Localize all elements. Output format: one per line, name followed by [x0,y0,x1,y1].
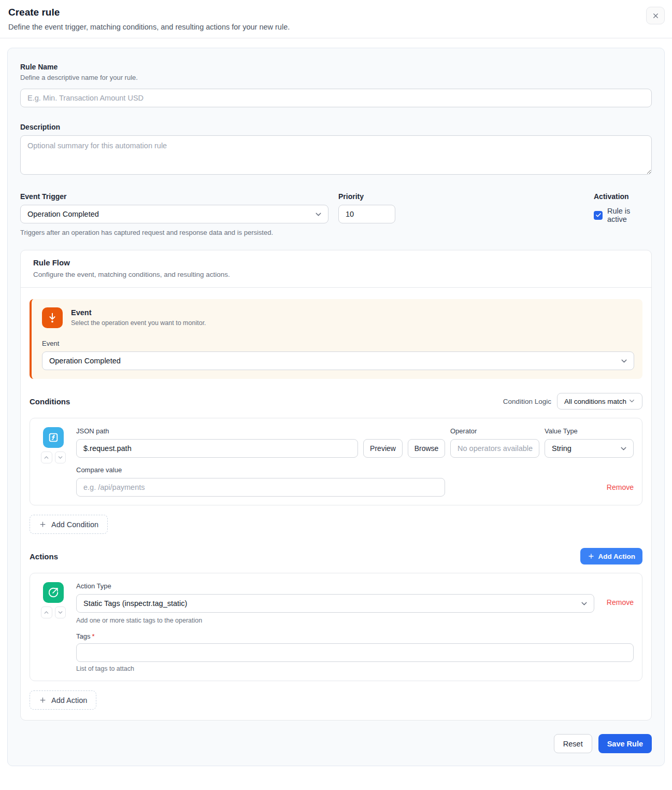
event-trigger-label: Event Trigger [20,192,328,201]
rule-flow-body: Event Select the operation event you wan… [21,288,651,720]
save-rule-button[interactable]: Save Rule [598,734,652,753]
close-icon [652,12,660,20]
add-action-button-primary[interactable]: Add Action [580,548,643,565]
condition-fields: JSON path Operator Value Type Preview Br… [76,427,634,497]
priority-section: Priority [338,192,395,223]
event-head-text: Event Select the operation event you wan… [71,307,206,328]
actions-title: Actions [30,552,58,561]
description-label: Description [20,123,652,131]
chevron-down-icon [314,210,323,219]
preview-button[interactable]: Preview [363,439,403,458]
required-asterisk: * [92,632,94,640]
tags-helper: List of tags to attach [76,665,634,672]
plus-icon [39,696,47,704]
add-action-secondary-label: Add Action [51,696,87,704]
move-action-up-button[interactable] [41,606,52,618]
rule-name-input[interactable] [20,89,652,107]
json-path-label: JSON path [76,427,358,435]
move-condition-up-button[interactable] [41,452,52,463]
description-section: Description [20,123,652,177]
rule-active-label: Rule is active [607,207,652,223]
reset-button[interactable]: Reset [554,734,592,753]
condition-row: JSON path Operator Value Type Preview Br… [30,418,642,505]
operator-label: Operator [450,427,539,435]
page-subtitle: Define the event trigger, matching condi… [8,23,290,31]
json-path-input[interactable] [76,439,358,458]
create-rule-form: Rule Name Define a descriptive name for … [7,48,665,766]
value-type-value: String [552,444,571,453]
function-square-icon [48,432,59,443]
add-condition-button[interactable]: Add Condition [30,515,108,534]
conditions-header: Conditions Condition Logic All condition… [30,393,642,410]
event-block-subtitle: Select the operation event you want to m… [71,319,206,327]
value-type-select[interactable]: String [545,439,634,458]
priority-label: Priority [338,192,395,201]
form-footer: Reset Save Rule [20,734,652,753]
action-badge [43,582,64,603]
close-button[interactable] [646,7,665,24]
chevron-down-icon [57,609,64,616]
circle-arrow-up-right-icon [48,587,59,598]
tags-input[interactable] [76,643,634,662]
remove-action-button[interactable]: Remove [607,598,634,606]
move-action-down-button[interactable] [55,606,66,618]
add-condition-label: Add Condition [51,520,98,529]
action-left-rail [41,582,66,672]
activation-section: Activation Rule is active [594,192,652,223]
event-block-title: Event [71,308,206,317]
event-select[interactable]: Operation Completed [42,351,634,370]
rule-name-label: Rule Name [20,63,652,71]
page-title: Create rule [8,7,290,18]
add-action-button-secondary[interactable]: Add Action [30,690,96,710]
rule-name-helper: Define a descriptive name for your rule. [20,74,652,81]
rule-name-section: Rule Name Define a descriptive name for … [20,63,652,107]
rule-flow-subtitle: Configure the event, matching conditions… [33,271,639,278]
conditions-title: Conditions [30,397,70,406]
condition-left-rail [41,427,66,497]
chevron-down-icon [620,357,628,365]
condition-badge [43,427,64,448]
chevron-down-icon [580,599,589,608]
browse-button[interactable]: Browse [408,439,445,458]
condition-logic-select[interactable]: All conditions match [557,393,642,410]
chevron-down-icon [619,444,628,453]
chevron-up-icon [43,454,50,461]
operator-value: No operators available [457,444,533,453]
check-icon [595,212,602,218]
action-type-value: Static Tags (inspectr.tag_static) [83,599,187,608]
action-type-select[interactable]: Static Tags (inspectr.tag_static) [76,594,594,613]
remove-condition-button[interactable]: Remove [607,483,634,491]
rule-flow-header: Rule Flow Configure the event, matching … [21,250,651,288]
dialog-header-text: Create rule Define the event trigger, ma… [8,7,290,31]
priority-input[interactable] [338,205,395,223]
event-badge [42,307,63,328]
arrow-down-to-dot-icon [47,312,58,323]
event-field-label: Event [42,340,634,347]
rule-flow-card: Rule Flow Configure the event, matching … [20,250,652,721]
value-type-label: Value Type [545,427,634,435]
event-trigger-section: Event Trigger Operation Completed Trigge… [20,192,328,236]
plus-icon [39,520,47,528]
chevron-down-icon [57,454,64,461]
event-trigger-value: Operation Completed [27,210,99,218]
description-textarea[interactable] [20,135,652,175]
move-condition-down-button[interactable] [55,452,66,463]
condition-logic-label: Condition Logic [503,398,551,405]
add-action-primary-label: Add Action [598,553,636,560]
trigger-priority-row: Event Trigger Operation Completed Trigge… [20,192,652,236]
activation-label: Activation [594,192,652,201]
event-block: Event Select the operation event you wan… [30,299,642,379]
rule-flow-title: Rule Flow [33,258,639,267]
chevron-up-icon [43,609,50,616]
compare-value-label: Compare value [76,466,634,474]
tags-label: Tags [76,632,90,640]
compare-value-input[interactable] [76,478,445,497]
rule-active-checkbox[interactable] [594,211,603,220]
event-trigger-select[interactable]: Operation Completed [20,205,328,223]
tags-label-row: Tags* [76,632,634,640]
action-fields: Action Type Static Tags (inspectr.tag_st… [76,582,634,672]
action-type-helper: Add one or more static tags to the opera… [76,617,634,624]
operator-select[interactable]: No operators available [450,439,539,458]
dialog-header: Create rule Define the event trigger, ma… [0,0,672,38]
action-type-label: Action Type [76,582,634,590]
